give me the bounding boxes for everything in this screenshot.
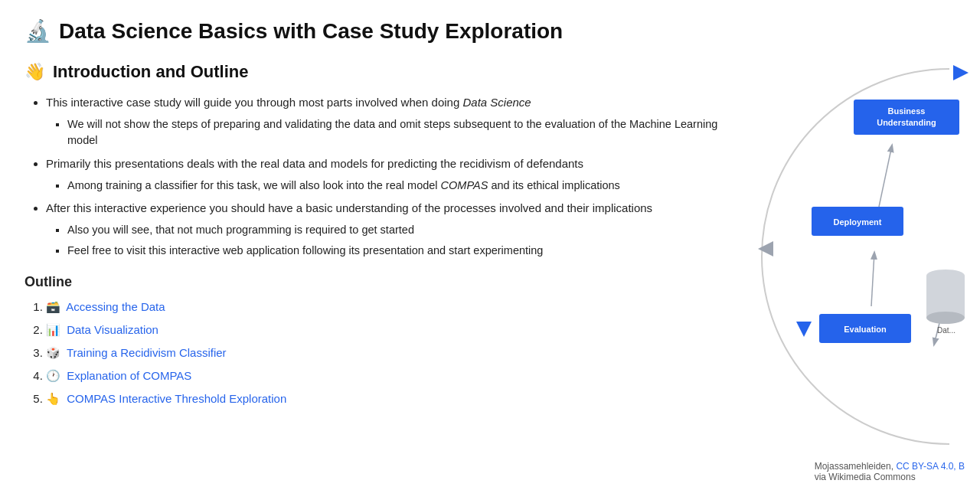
outline-icon-5: 👆: [46, 392, 60, 405]
outline-text-3[interactable]: Training a Recidivism Classifier: [67, 346, 227, 359]
bullet-3-sub-list: Also you will see, that not much program…: [46, 222, 726, 260]
arrow-top: [953, 65, 969, 80]
diagram-area: Business Understanding Deployment Evalua…: [750, 0, 980, 490]
outline-heading: Outline: [24, 274, 726, 290]
bullet-1-sub-list: We will not show the steps of preparing …: [46, 116, 726, 150]
section-icon: 👋: [24, 62, 45, 82]
diagram-svg: Business Understanding Deployment Evalua…: [750, 46, 980, 490]
bullet-1-italic: Data Science: [462, 96, 531, 109]
attribution-link[interactable]: CC BY-SA 4.0, B: [896, 461, 965, 472]
bullet-2-sub-1: Among training a classifier for this tas…: [67, 178, 726, 194]
bullet-2-text: Primarily this presentations deals with …: [46, 157, 583, 170]
svg-line-0: [879, 145, 892, 207]
bullet-3: After this interactive experience you sh…: [46, 200, 726, 259]
section-heading: Introduction and Outline: [53, 62, 248, 82]
outline-item-5: 👆 COMPAS Interactive Threshold Explorati…: [46, 390, 726, 408]
arrow-bottom-left: [796, 322, 812, 337]
bullet-2-sub-list: Among training a classifier for this tas…: [46, 178, 726, 194]
title-icon: 🔬: [24, 18, 51, 44]
bullet-1-sub-1: We will not show the steps of preparing …: [67, 116, 726, 150]
outline-item-2: 📊 Data Visualization: [46, 321, 726, 339]
page-title-container: 🔬 Data Science Basics with Case Study Ex…: [24, 18, 726, 44]
svg-line-1: [871, 253, 874, 306]
business-box: [854, 100, 959, 135]
outline-text-5[interactable]: COMPAS Interactive Threshold Exploration: [67, 392, 286, 405]
bullet-3-sub-1: Also you will see, that not much program…: [67, 222, 726, 239]
outline-text-1[interactable]: Accessing the Data: [66, 300, 165, 313]
bullet-1: This interactive case study will guide y…: [46, 94, 726, 149]
outline-text-4[interactable]: Explanation of COMPAS: [67, 369, 191, 382]
bullet-3-text: After this interactive experience you sh…: [46, 201, 652, 214]
data-cylinder-bottom: [926, 312, 965, 324]
svg-text:Deployment: Deployment: [834, 217, 882, 227]
outline-item-4: 🕐 Explanation of COMPAS: [46, 367, 726, 385]
outline-list: 🗃️ Accessing the Data 📊 Data Visualizati…: [24, 298, 726, 408]
outline-icon-2: 📊: [46, 323, 60, 336]
arrow-left: [758, 241, 773, 256]
outline-item-3: 🎲 Training a Recidivism Classifier: [46, 344, 726, 362]
section-title-container: 👋 Introduction and Outline: [24, 62, 726, 82]
outline-text-2[interactable]: Data Visualization: [67, 323, 158, 336]
outline-item-1: 🗃️ Accessing the Data: [46, 298, 726, 316]
bullet-3-sub-2: Feel free to visit this interactive web …: [67, 243, 726, 260]
main-container: 🔬 Data Science Basics with Case Study Ex…: [0, 0, 980, 490]
data-cylinder-body: [926, 276, 965, 318]
attribution-text: Mojassamehleiden,: [815, 461, 897, 472]
svg-text:Business: Business: [888, 106, 926, 116]
bullet-2: Primarily this presentations deals with …: [46, 155, 726, 194]
bullet-1-text-before: This interactive case study will guide y…: [46, 96, 462, 109]
content-area: 🔬 Data Science Basics with Case Study Ex…: [0, 0, 750, 490]
outline-icon-1: 🗃️: [46, 300, 60, 313]
main-bullet-list: This interactive case study will guide y…: [24, 94, 726, 259]
data-label: Dat...: [937, 326, 956, 335]
attribution-suffix: via Wikimedia Commons: [815, 472, 916, 482]
outline-icon-4: 🕐: [46, 369, 60, 382]
page-title: Data Science Basics with Case Study Expl…: [59, 19, 563, 44]
svg-text:Evaluation: Evaluation: [844, 325, 887, 334]
outline-icon-3: 🎲: [46, 346, 60, 359]
svg-text:Understanding: Understanding: [877, 118, 936, 127]
attribution: Mojassamehleiden, CC BY-SA 4.0, B via Wi…: [815, 461, 965, 482]
